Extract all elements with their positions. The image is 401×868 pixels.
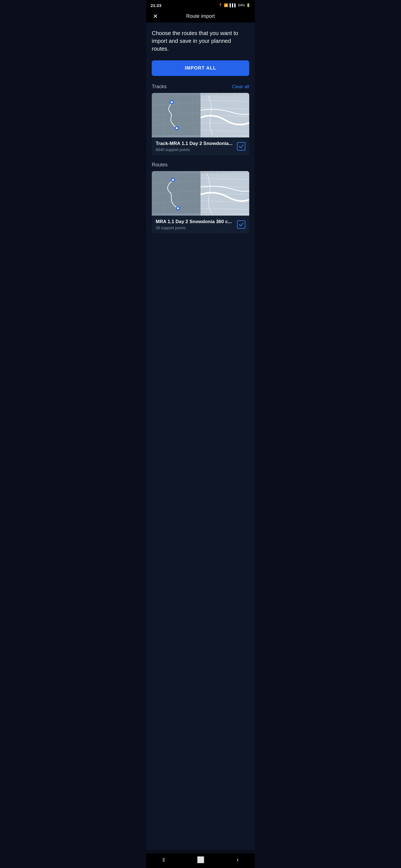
import-all-button[interactable]: IMPORT ALL [152, 60, 249, 76]
tracks-section-header: Tracks Clear all [152, 84, 249, 90]
track-name-1: Track-MRA 1.1 Day 2 Snowdonia... [156, 141, 237, 146]
svg-point-8 [171, 101, 173, 103]
route-details-1: MRA 1.1 Day 2 Snowdonia 360 c... 39 supp… [156, 219, 237, 230]
track-checkbox-1[interactable] [237, 142, 245, 151]
map-left-panel [152, 93, 200, 137]
location-icon: 📍 [218, 3, 223, 7]
svg-point-26 [177, 207, 179, 209]
tracks-label: Tracks [152, 84, 167, 90]
route-points-1: 39 support points [156, 226, 237, 230]
status-icons: 📍 📶 ▌▌▌ 64% 🔋 [218, 3, 250, 7]
close-button[interactable]: ✕ [152, 12, 159, 21]
route-card-1: MRA 1.1 Day 2 Snowdonia 360 c... 39 supp… [152, 171, 249, 234]
route-checkbox-1[interactable] [237, 220, 245, 229]
page-title: Route import [186, 13, 215, 19]
route-map-preview [152, 171, 249, 216]
svg-point-10 [176, 127, 178, 129]
route-map-right-panel [200, 171, 249, 216]
track-info-1: Track-MRA 1.1 Day 2 Snowdonia... 6840 su… [152, 137, 249, 155]
map-right-panel [200, 93, 249, 137]
track-map-preview [152, 93, 249, 137]
battery-icon: 🔋 [246, 3, 250, 7]
close-icon: ✕ [153, 13, 158, 20]
wifi-icon: 📶 [224, 3, 228, 7]
route-info-1: MRA 1.1 Day 2 Snowdonia 360 c... 39 supp… [152, 216, 249, 234]
battery-level: 64% [238, 3, 245, 7]
route-map-left-panel [152, 171, 200, 216]
status-time: 21:23 [151, 3, 161, 8]
routes-section-header: Routes [152, 162, 249, 168]
description-text: Choose the routes that you want to impor… [152, 29, 249, 53]
routes-label: Routes [152, 162, 168, 168]
clear-all-button[interactable]: Clear all [232, 84, 249, 90]
route-name-1: MRA 1.1 Day 2 Snowdonia 360 c... [156, 219, 237, 224]
svg-point-24 [172, 179, 174, 181]
main-content: Choose the routes that you want to impor… [146, 23, 255, 850]
app-header: ✕ Route import [146, 10, 255, 23]
track-card-1: Track-MRA 1.1 Day 2 Snowdonia... 6840 su… [152, 93, 249, 155]
track-details-1: Track-MRA 1.1 Day 2 Snowdonia... 6840 su… [156, 141, 237, 152]
status-bar: 21:23 📍 📶 ▌▌▌ 64% 🔋 [146, 0, 255, 10]
signal-icon: ▌▌▌ [229, 3, 237, 7]
track-points-1: 6840 support points [156, 148, 237, 152]
